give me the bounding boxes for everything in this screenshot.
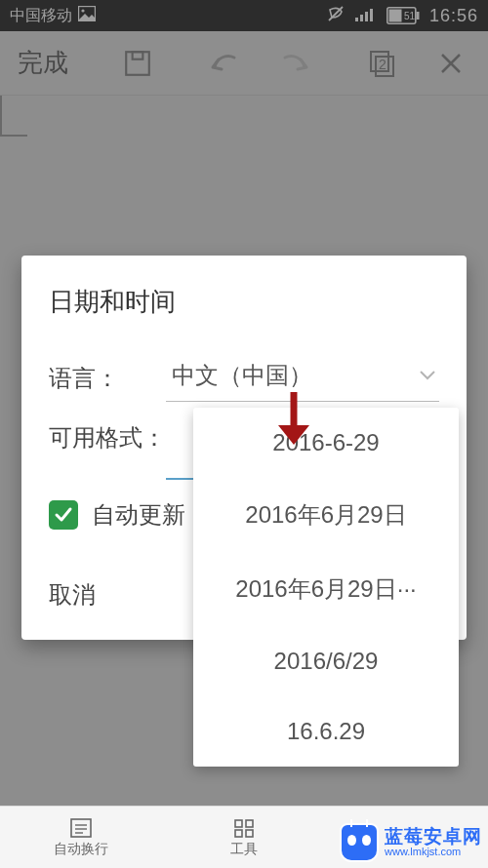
format-dropdown: 2016-6-29 2016年6月29日 2016年6月29日··· 2016/… [193,408,459,767]
watermark-url: www.lmkjst.com [385,847,482,858]
auto-update-checkbox[interactable] [49,500,78,530]
language-label: 语言： [49,362,166,395]
format-option[interactable]: 2016-6-29 [193,408,459,478]
language-row: 语言： 中文（中国） [49,354,439,402]
svg-rect-25 [246,830,253,837]
format-label: 可用格式： [49,421,166,454]
watermark-mascot-icon [340,823,379,862]
chevron-down-icon [420,367,435,384]
nav-wrap[interactable]: 自动换行 [0,807,163,868]
svg-rect-23 [246,820,253,827]
wrap-icon [69,817,93,839]
auto-update-label: 自动更新 [92,499,185,531]
svg-rect-18 [71,819,91,837]
cancel-button[interactable]: 取消 [49,579,127,611]
language-value: 中文（中国） [172,360,312,391]
format-option[interactable]: 2016年6月29日··· [193,552,459,626]
screen: 中国移动 51 16:56 完成 [0,0,488,868]
format-option[interactable]: 2016/6/29 [193,626,459,696]
format-option[interactable]: 2016年6月29日 [193,478,459,552]
tools-icon [232,817,256,839]
language-select[interactable]: 中文（中国） [166,354,439,402]
svg-rect-22 [235,820,242,827]
dialog-title: 日期和时间 [49,285,439,319]
svg-rect-24 [235,830,242,837]
format-option[interactable]: 16.6.29 [193,696,459,767]
watermark: 蓝莓安卓网 www.lmkjst.com [340,823,482,862]
nav-tools[interactable]: 工具 [163,807,326,868]
watermark-brand: 蓝莓安卓网 [385,827,482,847]
nav-tools-label: 工具 [230,841,258,858]
nav-wrap-label: 自动换行 [54,841,108,858]
